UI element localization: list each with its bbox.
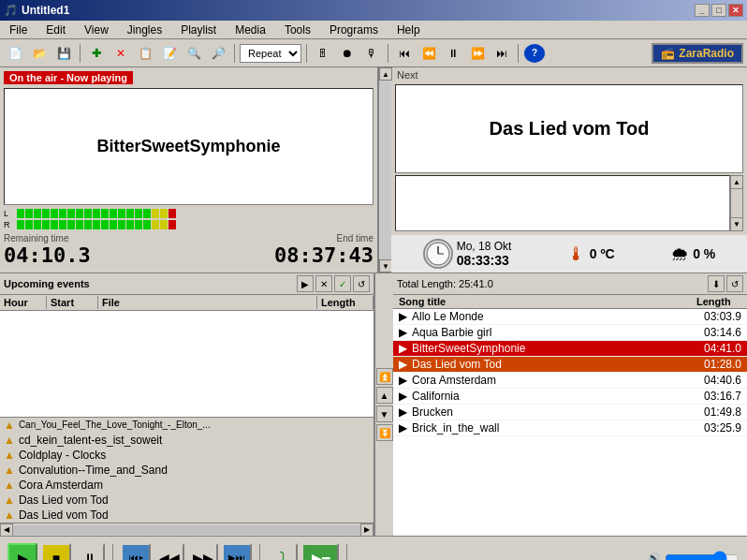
repeat-dropdown[interactable]: Repeat Once Shuffle [240,44,301,63]
file-item-2[interactable]: ▲ Coldplay - Clocks [0,448,374,463]
file-icon-5: ▲ [4,494,15,507]
file-name-6: Das Lied vom Tod [19,508,109,522]
clock-date: Mo, 18 Okt [457,240,512,253]
playlist-row-3[interactable]: ▶Das Lied vom Tod01:28.0 [393,357,747,373]
forward-button[interactable]: ▶▶ [188,543,218,561]
open-button[interactable]: 📂 [28,43,51,64]
scroll-buttons-panel: ⏫ ▲ ▼ ⏬ [374,273,393,536]
menu-tools[interactable]: Tools [279,22,316,37]
hscroll-left[interactable]: ◀ [0,523,13,537]
minimize-button[interactable]: _ [695,4,710,17]
file-item-6[interactable]: ▲ Das Lied vom Tod [0,508,374,523]
file-item-3[interactable]: ▲ Convalution--Time_and_Sand [0,463,374,478]
transport-ff[interactable]: ⏩ [466,43,489,64]
playlist-refresh-btn[interactable]: ↺ [726,275,743,292]
pl-row-icon-6: ▶ [399,405,412,419]
next-group-button[interactable]: ▶⏭ [222,543,252,561]
upcoming-col-hour: Hour [0,296,47,309]
playlist-row-4[interactable]: ▶Cora Amsterdam04:40.6 [393,373,747,389]
prev-group-button[interactable]: ⏮▶ [121,543,151,561]
play-button[interactable]: ▶ [7,543,37,561]
logo-text: ZaraRadio [679,47,734,60]
scroll-pgup-btn[interactable]: ▲ [376,387,393,404]
file-item-1[interactable]: ▲ cd_kein_talent-es_ist_soweit [0,433,374,448]
add-button[interactable]: ✚ [85,43,108,64]
playlist-panel: Total Length: 25:41.0 ⬇ ↺ Song title Len… [393,273,747,536]
menu-edit[interactable]: Edit [40,22,71,37]
playlist-row-5[interactable]: ▶California03:16.7 [393,389,747,405]
close-button[interactable]: ✕ [728,4,743,17]
scroll-up-btn[interactable]: ▲ [379,67,392,81]
stop-button[interactable]: ■ [41,543,71,561]
record-button[interactable]: ⏺ [336,43,359,64]
eq-button[interactable]: 🎚 [312,43,334,64]
file-icon-2: ▲ [4,449,15,462]
transport-next[interactable]: ⏭ [491,43,513,64]
remove-button[interactable]: ✕ [110,43,132,64]
pl-row-icon-7: ▶ [399,421,412,435]
vu-right [17,220,176,229]
next-song-area: Das Lied vom Tod [395,84,743,173]
scroll-down-btn[interactable]: ▼ [379,259,392,273]
menu-help[interactable]: Help [391,22,426,37]
rewind-button[interactable]: ◀◀ [154,543,184,561]
toolbar: 📄 📂 💾 ✚ ✕ 📋 📝 🔍 🔎 Repeat Once Shuffle 🎚 … [0,39,747,67]
transport-pause2[interactable]: ⏸ [442,43,464,64]
new-button[interactable]: 📄 [4,43,26,64]
playlist-row-2[interactable]: ▶BitterSweetSymphonie04:41.0 [393,341,747,357]
pause-button[interactable]: ⏸ [75,543,105,561]
playlist-row-6[interactable]: ▶Brucken01:49.8 [393,405,747,420]
extra-button[interactable]: ▶━ [301,543,339,561]
file-item-4[interactable]: ▲ Cora Amsterdam [0,478,374,493]
upcoming-stop-btn[interactable]: ✕ [315,275,332,292]
file-hscrollbar[interactable]: ◀ ▶ [0,523,374,536]
menu-jingles[interactable]: Jingles [122,22,168,37]
edit-button[interactable]: 📝 [158,43,181,64]
transport-sep-1 [112,544,113,561]
next-panel: Next Das Lied vom Tod ▲ ▼ [391,67,747,273]
upcoming-col-length: Length [317,296,374,309]
file-name-5: Das Lied vom Tod [19,494,109,507]
scroll-top-btn[interactable]: ⏫ [376,368,393,385]
menu-view[interactable]: View [79,22,114,37]
menu-playlist[interactable]: Playlist [175,22,222,37]
file-item-5[interactable]: ▲ Das Lied vom Tod [0,493,374,508]
playlist-row-7[interactable]: ▶Brick_in_the_wall03:25.9 [393,420,747,436]
playlist-table-header: Song title Length [393,295,747,309]
hscroll-right[interactable]: ▶ [360,523,374,537]
help-button[interactable]: ? [523,43,546,64]
file-item-0[interactable]: ▲ Can_You_Feel_The_Love_Tonight_-_Elton_… [0,418,374,433]
search-button[interactable]: 🔍 [183,43,205,64]
separator-1 [80,44,81,63]
next-scroll-down[interactable]: ▼ [731,217,742,230]
mic-button[interactable]: 🎙 [360,43,383,64]
next-scroll-up[interactable]: ▲ [731,176,742,189]
clock-time: 08:33:33 [457,253,512,268]
playlist-row-1[interactable]: ▶Aqua Barbie girl03:14.6 [393,325,747,341]
np-scrollbar[interactable]: ▲ ▼ [378,67,391,273]
browse-button[interactable]: 🔎 [207,43,229,64]
upcoming-check-btn[interactable]: ✓ [334,275,351,292]
upcoming-play-btn[interactable]: ▶ [297,275,314,292]
maximize-button[interactable]: □ [711,4,726,17]
transport-prev[interactable]: ⏮ [393,43,416,64]
now-playing-title: BitterSweetSymphonie [96,137,280,156]
scroll-pgdn-btn[interactable]: ▼ [376,405,393,422]
scroll-bottom-btn[interactable]: ⏬ [376,424,393,441]
transport-rew[interactable]: ⏪ [417,43,440,64]
vu-l-label: L [4,209,13,218]
menu-media[interactable]: Media [229,22,271,37]
separator-4 [388,44,388,63]
playlist-import-btn[interactable]: ⬇ [708,275,725,292]
menu-file[interactable]: File [4,22,33,37]
clock-datetime: Mo, 18 Okt 08:33:33 [457,240,512,268]
fade-button[interactable]: ⤵ [268,543,298,561]
file-name-2: Coldplay - Clocks [19,449,106,462]
volume-slider[interactable] [665,549,740,561]
upcoming-col-file: File [98,296,317,309]
copy-button[interactable]: 📋 [134,43,156,64]
menu-programs[interactable]: Programs [324,22,384,37]
upcoming-refresh-btn[interactable]: ↺ [353,275,370,292]
playlist-row-0[interactable]: ▶Allo Le Monde03:03.9 [393,309,747,325]
save-button[interactable]: 💾 [52,43,75,64]
